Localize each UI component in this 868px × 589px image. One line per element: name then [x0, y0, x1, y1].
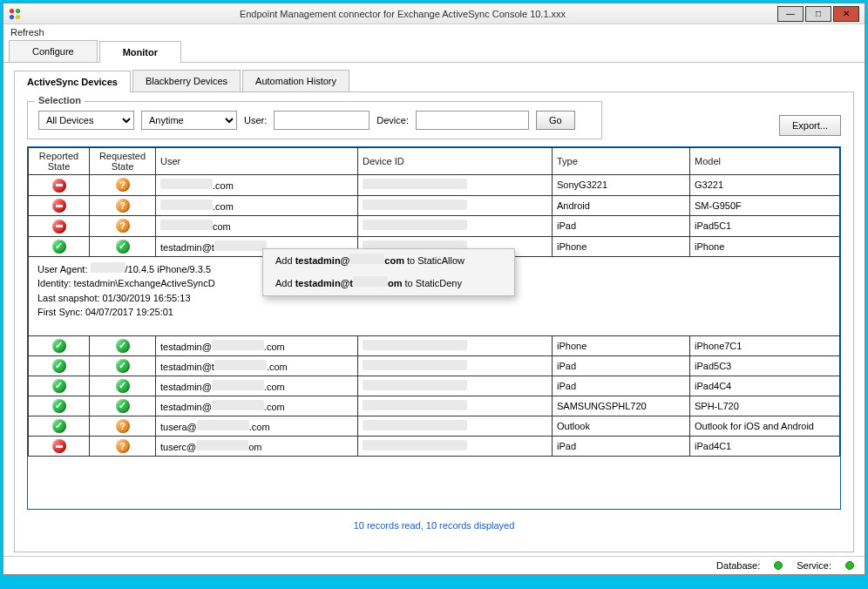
cell-device-id: [358, 175, 553, 196]
export-button[interactable]: Export...: [779, 115, 841, 136]
status-bar: Database: Service:: [3, 556, 865, 574]
col-requested-state[interactable]: Requested State: [90, 148, 156, 175]
tab-automation-history[interactable]: Automation History: [242, 70, 349, 91]
cell-device-id: [358, 335, 553, 355]
svg-point-3: [16, 14, 20, 18]
allowed-icon: [116, 399, 130, 413]
unknown-icon: [116, 199, 130, 213]
tab-monitor[interactable]: Monitor: [99, 41, 181, 63]
cell-type: iPhone: [553, 236, 690, 256]
table-row[interactable]: testadmin@t.comiPadiPad5C3: [29, 355, 840, 376]
cell-type: iPad: [553, 376, 690, 396]
device-input[interactable]: [416, 111, 529, 130]
cell-requested: [90, 175, 156, 196]
cell-requested: [90, 416, 156, 436]
col-device-id[interactable]: Device ID: [358, 148, 553, 175]
cell-type: Outlook: [553, 416, 690, 436]
allowed-icon: [116, 359, 130, 373]
col-reported-state[interactable]: Reported State: [29, 148, 90, 175]
cell-model: iPhone: [690, 236, 840, 256]
redacted-text: [160, 220, 213, 230]
cell-device-id: [358, 216, 553, 237]
detail-row: Add testadmin@com to StaticAllow Add tes…: [29, 256, 840, 335]
cell-user: tusera@.com: [156, 416, 358, 436]
col-model[interactable]: Model: [690, 148, 840, 175]
time-select[interactable]: Anytime: [141, 111, 237, 130]
cell-model: iPad5C1: [690, 216, 840, 237]
redacted-text: [214, 240, 267, 251]
app-window: Endpoint Management connector for Exchan…: [3, 3, 865, 575]
cell-reported: [29, 355, 90, 376]
table-row[interactable]: tuserc@omiPadiPad4C1: [29, 436, 840, 457]
tab-blackberry-devices[interactable]: Blackberry Devices: [132, 70, 241, 91]
user-input[interactable]: [274, 111, 370, 130]
redacted-text: [212, 340, 264, 350]
header-row: Reported State Requested State User Devi…: [29, 148, 840, 175]
menu-bar: Refresh: [3, 24, 865, 40]
cell-reported: [29, 216, 90, 237]
cell-device-id: [358, 416, 553, 436]
svg-point-2: [10, 14, 14, 18]
allowed-icon: [116, 379, 130, 393]
table-row[interactable]: testadmin@.comiPhoneiPhone7C1: [29, 335, 840, 355]
status-database-label: Database:: [716, 560, 760, 571]
service-status-icon: [845, 561, 854, 570]
tab-configure[interactable]: Configure: [9, 40, 98, 62]
minimize-button[interactable]: —: [777, 6, 804, 22]
col-type[interactable]: Type: [553, 148, 690, 175]
redacted-text: [363, 220, 467, 230]
cell-type: iPhone: [553, 335, 690, 355]
redacted-text: [363, 179, 467, 189]
unknown-icon: [116, 419, 130, 433]
cell-type: iPad: [553, 355, 690, 376]
detail-user-agent-value: /10.4.5 iPhone/9.3.5: [125, 264, 211, 274]
cell-reported: [29, 436, 90, 457]
detail-first-sync: First Sync: 04/07/2017 19:25:01: [37, 305, 831, 320]
allowed-icon: [116, 240, 130, 254]
device-grid: Reported State Requested State User Devi…: [27, 146, 841, 510]
table-row[interactable]: testadmin@.comiPadiPad4C4: [29, 376, 840, 396]
cell-device-id: [358, 376, 553, 396]
close-button[interactable]: ✕: [833, 6, 859, 22]
redacted-text: [160, 200, 213, 210]
cell-user: testadmin@.com: [156, 335, 358, 355]
menu-add-static-allow[interactable]: Add testadmin@com to StaticAllow: [263, 249, 514, 273]
cell-user: testadmin@.com: [156, 376, 358, 396]
allowed-icon: [52, 359, 66, 373]
allowed-icon: [52, 379, 66, 393]
redacted-text: [196, 440, 248, 450]
cell-reported: [29, 175, 90, 196]
cell-requested: [90, 376, 156, 396]
table-row[interactable]: .comSonyG3221G3221: [29, 175, 840, 196]
cell-user: .com: [156, 195, 358, 216]
cell-type: iPad: [553, 216, 690, 237]
tab-activesync-devices[interactable]: ActiveSync Devices: [14, 71, 131, 92]
allowed-icon: [52, 339, 66, 353]
redacted-text: [349, 254, 384, 264]
col-user[interactable]: User: [156, 148, 358, 175]
status-service-label: Service:: [797, 560, 831, 571]
menu-refresh[interactable]: Refresh: [10, 27, 44, 37]
cell-model: iPad5C3: [690, 355, 840, 376]
maximize-button[interactable]: □: [805, 6, 831, 22]
cell-user: .com: [156, 175, 358, 196]
scope-select[interactable]: All Devices: [38, 111, 134, 130]
table-row[interactable]: tusera@.comOutlookOutlook for iOS and An…: [29, 416, 840, 436]
cell-user: testadmin@t.com: [156, 355, 358, 376]
table-row[interactable]: .comAndroidSM-G950F: [29, 195, 840, 216]
redacted-text: [197, 420, 249, 430]
table-row[interactable]: testadmin@.comSAMSUNGSPHL720SPH-L720: [29, 396, 840, 416]
top-tabs: Configure Monitor: [3, 40, 865, 63]
svg-point-0: [10, 8, 14, 12]
selection-fieldset: Selection All Devices Anytime User: Devi…: [27, 101, 602, 139]
title-bar: Endpoint Management connector for Exchan…: [3, 3, 865, 24]
table-row[interactable]: comiPadiPad5C1: [29, 216, 840, 237]
unknown-icon: [116, 219, 130, 233]
cell-requested: [90, 355, 156, 376]
sub-tabs: ActiveSync Devices Blackberry Devices Au…: [14, 70, 854, 92]
records-status: 10 records read, 10 records displayed: [27, 510, 841, 541]
device-label: Device:: [376, 115, 409, 125]
cell-requested: [90, 436, 156, 457]
go-button[interactable]: Go: [536, 111, 575, 130]
menu-add-static-deny[interactable]: Add testadmin@tom to StaticDeny: [263, 272, 514, 295]
